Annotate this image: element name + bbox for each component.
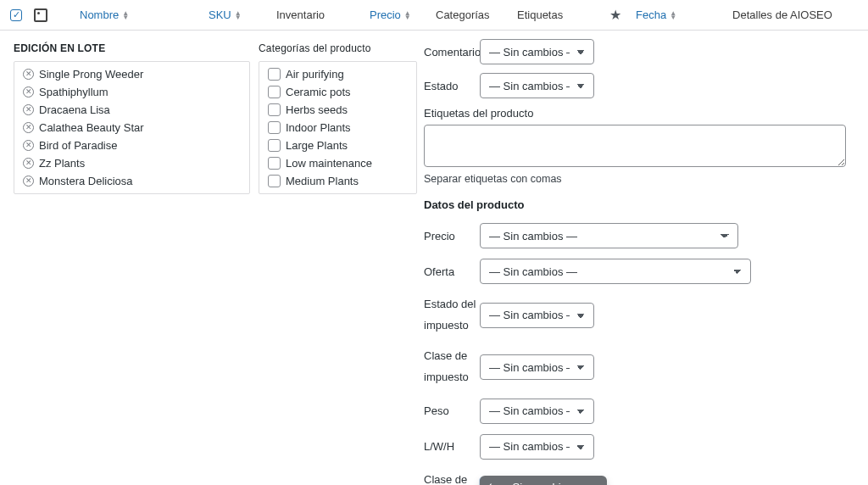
category-label: Low maintenance [286, 157, 372, 170]
select-sale[interactable]: — Sin cambios — [480, 259, 751, 284]
textarea-tags[interactable] [424, 125, 846, 167]
label-price: Precio [424, 230, 480, 242]
col-aioseo-label: Detalles de AIOSEO [732, 8, 832, 21]
shipping-class-dropdown: — Sin cambios — Ninguna clase de envío L… [480, 476, 607, 485]
col-name-label: Nombre [80, 8, 119, 21]
remove-item-icon[interactable]: ✕ [23, 176, 34, 187]
bulk-item: ✕Monstera Deliciosa [14, 172, 249, 190]
bulk-item: ✕Bird of Paradise [14, 137, 249, 154]
category-item: Low maintenance [259, 154, 416, 172]
label-weight: Peso [424, 404, 480, 417]
bulk-item: ✕Dracaena Lisa [14, 101, 249, 119]
category-checkbox[interactable] [268, 103, 281, 116]
tags-hint: Separar etiquetas con comas [424, 173, 854, 185]
tags-section: Etiquetas del producto Separar etiquetas… [424, 107, 854, 185]
dd-opt-no-change[interactable]: — Sin cambios — [480, 478, 607, 485]
col-tags-label: Etiquetas [517, 8, 563, 21]
col-aioseo: Detalles de AIOSEO [702, 8, 863, 21]
col-inventory: Inventario [273, 8, 366, 21]
label-lwh: L/W/H [424, 440, 480, 453]
bulk-item: ✕Single Prong Weeder [14, 65, 249, 83]
select-status[interactable]: — Sin cambios — [480, 73, 594, 98]
sort-icon: ▲▼ [235, 11, 242, 20]
bulk-item: ✕Calathea Beauty Star [14, 119, 249, 137]
bulk-edit-panel: EDICIÓN EN LOTE ✕Single Prong Weeder✕Spa… [0, 31, 868, 485]
bulk-item-label: Bird of Paradise [39, 139, 118, 152]
col-sku-label: SKU [209, 8, 231, 21]
label-sale: Oferta [424, 265, 480, 278]
col-featured[interactable]: ★ [598, 7, 632, 23]
category-item: Large Plants [259, 137, 416, 154]
category-label: Indoor Plants [286, 121, 351, 134]
sort-icon: ▲▼ [122, 11, 129, 20]
product-data-grid: Precio — Sin cambios — Oferta — Sin camb… [424, 223, 854, 485]
select-all-checkbox[interactable]: ✓ [10, 9, 22, 21]
label-tags: Etiquetas del producto [424, 107, 854, 120]
thumbnail-col [27, 8, 54, 22]
col-tags: Etiquetas [514, 8, 598, 21]
select-comments[interactable]: — Sin cambios — [480, 39, 594, 64]
bulk-item-label: Monstera Deliciosa [39, 175, 133, 187]
category-checkbox[interactable] [268, 175, 281, 187]
category-checkbox[interactable] [268, 139, 281, 152]
select-tax-status[interactable]: — Sin cambios — [480, 303, 594, 328]
category-checkbox[interactable] [268, 86, 281, 98]
bulk-item-label: Spathiphyllum [39, 86, 108, 98]
star-icon: ★ [609, 7, 621, 23]
select-weight[interactable]: — Sin cambios — [480, 399, 594, 424]
bulk-item-label: Calathea Beauty Star [39, 121, 144, 134]
remove-item-icon[interactable]: ✕ [23, 140, 34, 151]
categories-list[interactable]: Air purifyingCeramic potsHerbs seedsIndo… [259, 61, 417, 194]
product-form-column: Comentarios — Sin cambios — Estado — Sin… [424, 39, 868, 485]
bulk-products-list[interactable]: ✕Single Prong Weeder✕Spathiphyllum✕Draca… [14, 61, 250, 194]
category-checkbox[interactable] [268, 68, 281, 81]
col-categories-label: Categorías [436, 8, 490, 21]
bulk-item: ✕Zz Plants [14, 154, 249, 172]
categories-column: Categorías del producto Air purifyingCer… [259, 39, 424, 485]
col-date-label: Fecha [636, 8, 666, 21]
remove-item-icon[interactable]: ✕ [23, 158, 34, 169]
sort-icon: ▲▼ [404, 11, 411, 20]
bulk-item-label: Dracaena Lisa [39, 103, 110, 116]
categories-title: Categorías del producto [259, 42, 417, 54]
shipping-class-wrap: — Sin cambios — — Sin cambios — Ninguna … [480, 477, 854, 485]
remove-item-icon[interactable]: ✕ [23, 122, 34, 133]
col-date[interactable]: Fecha ▲▼ [632, 8, 702, 21]
category-label: Air purifying [286, 68, 344, 81]
sort-icon: ▲▼ [670, 11, 676, 20]
category-checkbox[interactable] [268, 121, 281, 134]
col-price[interactable]: Precio ▲▼ [366, 8, 432, 21]
select-tax-class[interactable]: — Sin cambios — [480, 354, 594, 380]
remove-item-icon[interactable]: ✕ [23, 69, 34, 80]
bulk-item-label: Zz Plants [39, 157, 85, 170]
product-data-heading: Datos del producto [424, 198, 854, 211]
row-comments: Comentarios — Sin cambios — [424, 39, 854, 64]
col-name[interactable]: Nombre ▲▼ [54, 8, 205, 21]
remove-item-icon[interactable]: ✕ [23, 86, 34, 98]
select-all-cell: ✓ [5, 9, 27, 21]
category-checkbox[interactable] [268, 157, 281, 170]
bulk-item: ✕Spathiphyllum [14, 83, 249, 101]
row-status: Estado — Sin cambios — [424, 73, 854, 98]
label-status: Estado [424, 80, 480, 92]
label-comments: Comentarios [424, 46, 480, 59]
col-sku[interactable]: SKU ▲▼ [205, 8, 273, 21]
category-label: Medium Plants [286, 175, 359, 187]
category-item: Medium Plants [259, 172, 416, 190]
bulk-edit-title: EDICIÓN EN LOTE [14, 42, 250, 54]
category-item: Herbs seeds [259, 101, 416, 119]
col-inventory-label: Inventario [276, 8, 325, 21]
bulk-products-column: EDICIÓN EN LOTE ✕Single Prong Weeder✕Spa… [0, 39, 259, 485]
label-shipping-class: Clase de envío [424, 470, 480, 485]
image-icon [34, 8, 47, 22]
remove-item-icon[interactable]: ✕ [23, 104, 34, 115]
col-price-label: Precio [370, 8, 401, 21]
category-item: Ceramic pots [259, 83, 416, 101]
table-header: ✓ Nombre ▲▼ SKU ▲▼ Inventario Precio ▲▼ … [0, 0, 868, 31]
bulk-item-label: Single Prong Weeder [39, 68, 143, 81]
category-label: Herbs seeds [286, 103, 348, 116]
category-label: Large Plants [286, 139, 348, 152]
category-item: Air purifying [259, 65, 416, 83]
select-lwh[interactable]: — Sin cambios — [480, 434, 594, 460]
select-price[interactable]: — Sin cambios — [480, 223, 738, 248]
